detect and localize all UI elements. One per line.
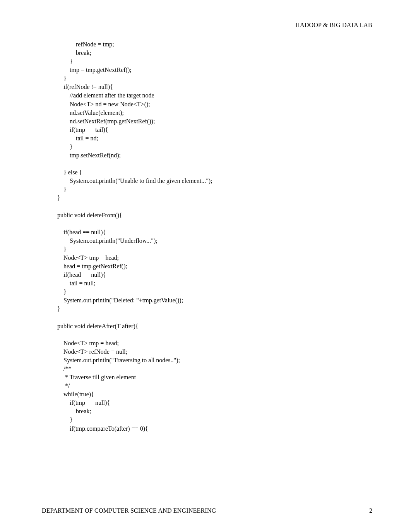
page-header: HADOOP & BIG DATA LAB [42,22,372,29]
page-number: 2 [369,507,372,514]
footer-department: DEPARTMENT OF COMPUTER SCIENCE AND ENGIN… [42,507,216,514]
code-block: refNode = tmp; break; } tmp = tmp.getNex… [57,40,372,433]
page-footer: DEPARTMENT OF COMPUTER SCIENCE AND ENGIN… [42,507,372,514]
